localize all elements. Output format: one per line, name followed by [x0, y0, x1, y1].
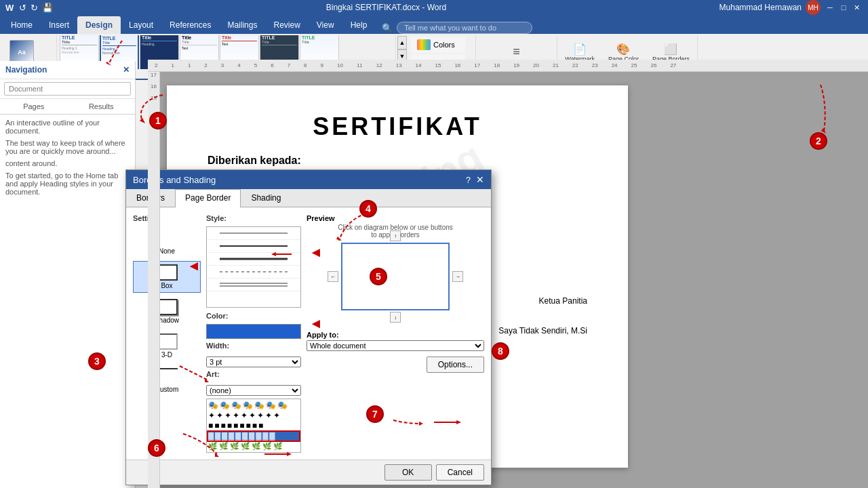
tab-design[interactable]: Design	[77, 16, 121, 34]
svg-marker-6	[140, 118, 145, 123]
width-label: Width:	[206, 342, 301, 350]
setting-3d-label: 3-D	[161, 351, 172, 359]
setting-label: Setting:	[133, 214, 201, 222]
tab-review[interactable]: Review	[265, 16, 308, 34]
apply-to-select[interactable]: Whole document This section	[307, 340, 484, 351]
user-info: Muhammad Hernawan MH ─ □ ✕	[719, 0, 863, 15]
art-item-4[interactable]: ▓▓▓▓▓▓▓▓▓▓	[208, 432, 299, 441]
title-bar: W ↺ ↻ 💾 Bingkai SERTIFIKAT.docx - Word M…	[0, 0, 868, 15]
art-preview[interactable]: 🎭🎭🎭🎭🎭🎭🎭 ✦✦✦✦✦✦✦✦✦ ■■■■■■■■■ ▓▓▓▓▓▓▓▓▓▓ 🌿…	[206, 399, 301, 453]
dialog-help[interactable]: ?	[466, 175, 471, 185]
setting-none[interactable]: None	[133, 226, 201, 258]
tab-insert[interactable]: Insert	[41, 16, 77, 34]
tell-me-input[interactable]	[397, 22, 532, 34]
close-btn[interactable]: ✕	[852, 2, 863, 13]
cancel-button[interactable]: Cancel	[436, 464, 484, 481]
apply-to-label: Apply to:	[307, 331, 484, 339]
art-section: Art: (none) 🎭🎭🎭🎭🎭🎭🎭 ✦✦✦✦✦✦✦✦✦ ■■■■■■■■■ …	[206, 370, 301, 453]
dialog-close-btn[interactable]: ✕	[476, 174, 484, 185]
setting-3d[interactable]: 3-D	[133, 330, 201, 362]
tab-help[interactable]: Help	[342, 16, 376, 34]
cert-title: SERTIFIKAT	[208, 113, 587, 141]
tab-view[interactable]: View	[309, 16, 342, 34]
avatar: MH	[806, 0, 821, 15]
preview-label: Preview	[307, 214, 484, 222]
style-item-3[interactable]	[207, 253, 300, 266]
setting-shadow[interactable]: Shadow	[133, 296, 201, 327]
dialog-preview-col: Preview Click on diagram below or use bu…	[307, 214, 484, 453]
colors-label: Colors	[433, 41, 455, 49]
style-item-2[interactable]	[207, 240, 300, 253]
width-select[interactable]: 3 pt	[206, 357, 301, 367]
dialog-titlebar: Borders and Shading ? ✕	[126, 170, 491, 189]
art-item-5[interactable]: 🌿🌿🌿🌿🌿🌿🌿	[208, 442, 299, 451]
nav-search	[0, 79, 135, 99]
nav-tabs: Pages Results	[0, 99, 135, 115]
preview-left-btn[interactable]: ←	[328, 271, 338, 282]
ribbon-tabs: Home Insert Design Layout References Mai…	[0, 15, 868, 34]
save-btn[interactable]: 💾	[42, 3, 53, 13]
scroll-up-btn[interactable]: ▲	[397, 36, 407, 49]
ok-button[interactable]: OK	[384, 464, 432, 481]
nav-tab-pages[interactable]: Pages	[0, 99, 68, 114]
setting-custom[interactable]: Custom	[133, 365, 201, 396]
dialog-footer: OK Cancel	[126, 460, 491, 485]
dialog-style-col: Style:	[206, 214, 301, 453]
username: Muhammad Hernawan	[719, 3, 802, 12]
tab-home[interactable]: Home	[3, 16, 41, 34]
dialog-body: Setting: None Box Shadow 3-D	[126, 207, 491, 460]
dialog-tab-shading[interactable]: Shading	[241, 189, 291, 207]
nav-title: Navigation	[5, 65, 47, 75]
page-borders-icon: ⬜	[664, 43, 677, 56]
page-color-icon: 🎨	[616, 43, 630, 56]
style-item-1[interactable]	[207, 227, 300, 240]
art-select[interactable]: (none)	[206, 385, 301, 396]
options-button[interactable]: Options...	[427, 357, 484, 373]
redo-btn[interactable]: ↻	[31, 3, 38, 13]
nav-search-input[interactable]	[4, 82, 131, 96]
setting-box[interactable]: Box	[133, 261, 201, 293]
art-item-3[interactable]: ■■■■■■■■■	[208, 421, 299, 430]
window-title: Bingkai SERTIFIKAT.docx - Word	[326, 3, 446, 12]
setting-box-label: Box	[161, 282, 172, 289]
tab-mailings[interactable]: Mailings	[219, 16, 265, 34]
art-item-2[interactable]: ✦✦✦✦✦✦✦✦✦	[208, 411, 299, 420]
style-list[interactable]	[206, 226, 301, 308]
dialog-setting-col: Setting: None Box Shadow 3-D	[133, 214, 201, 453]
art-label: Art:	[206, 370, 301, 378]
horizontal-ruler: 2112345678910111213141516171819202122232…	[148, 60, 868, 72]
word-icon: W	[5, 3, 14, 13]
dialog-tab-page-border[interactable]: Page Border	[175, 189, 241, 207]
preview-right-btn[interactable]: →	[452, 271, 463, 282]
art-item-1[interactable]: 🎭🎭🎭🎭🎭🎭🎭	[208, 401, 299, 409]
navigation-pane: Navigation ✕ Pages Results An interactiv…	[0, 61, 136, 488]
tab-layout[interactable]: Layout	[121, 16, 161, 34]
dialog-tabs: Borders Page Border Shading	[126, 189, 491, 207]
setting-none-label: None	[159, 247, 175, 255]
watermark-icon: 📄	[573, 43, 587, 56]
preview-container: ← → ↑	[341, 243, 450, 310]
color-swatch[interactable]	[206, 324, 301, 339]
colors-button[interactable]: Colors	[411, 37, 465, 53]
minimize-btn[interactable]: ─	[825, 2, 835, 13]
style-item-double[interactable]	[207, 279, 300, 291]
color-section: Color:	[206, 312, 301, 339]
tab-references[interactable]: References	[161, 16, 219, 34]
nav-content: An interactive outline of your document.…	[0, 115, 135, 200]
borders-shading-dialog[interactable]: Borders and Shading ? ✕ Borders Page Bor…	[125, 169, 492, 485]
vertical-ruler: 171615	[148, 72, 160, 488]
nav-close[interactable]: ✕	[123, 65, 130, 75]
color-label: Color:	[206, 312, 301, 320]
preview-box	[341, 243, 450, 310]
preview-top-btn[interactable]: ↑	[390, 230, 401, 241]
preview-bottom-btn[interactable]: ↓	[390, 312, 401, 323]
undo-btn[interactable]: ↺	[19, 3, 26, 13]
style-label: Style:	[206, 214, 301, 222]
dialog-title: Borders and Shading	[133, 175, 216, 185]
maximize-btn[interactable]: □	[838, 2, 849, 13]
style-item-dashed[interactable]	[207, 266, 300, 279]
colors-icon	[417, 39, 431, 50]
cert-given: Diberikan kepada:	[208, 155, 587, 167]
options-area: Options...	[307, 357, 484, 373]
nav-tab-results[interactable]: Results	[68, 99, 136, 114]
